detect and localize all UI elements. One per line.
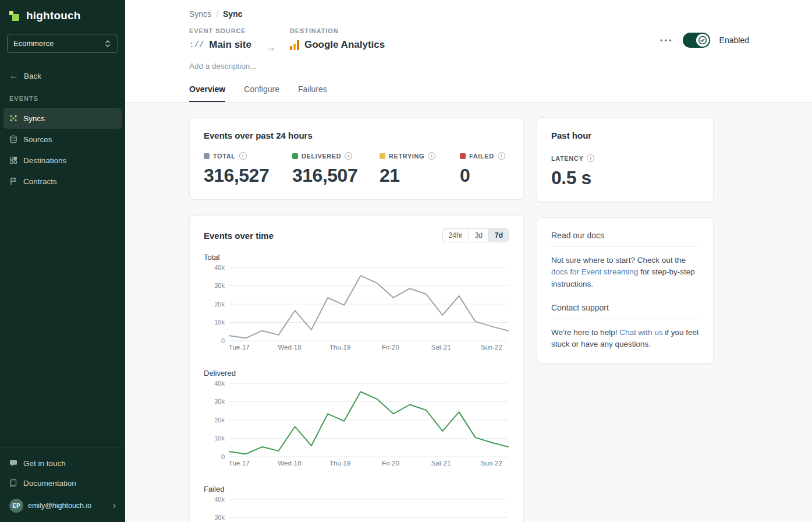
workspace-selector[interactable]: Ecommerce bbox=[7, 34, 118, 53]
event-source-label: EVENT SOURCE bbox=[189, 27, 251, 34]
updown-chevron-icon bbox=[104, 40, 112, 48]
book-icon bbox=[9, 479, 17, 487]
svg-text:Thu-19: Thu-19 bbox=[329, 460, 350, 467]
back-arrow-icon: ← bbox=[9, 70, 19, 81]
svg-text:30k: 30k bbox=[214, 398, 225, 405]
chat-with-us-link[interactable]: Chat with us bbox=[619, 328, 662, 337]
events-over-time-title: Events over time bbox=[204, 231, 274, 241]
svg-text:Tue-17: Tue-17 bbox=[229, 344, 250, 351]
latency-metric: LATENCY i 0.5 s bbox=[551, 154, 639, 189]
tab-configure[interactable]: Configure bbox=[244, 84, 279, 102]
range-3d-button[interactable]: 3d bbox=[469, 229, 488, 242]
svg-text:10k: 10k bbox=[214, 319, 225, 326]
description-placeholder[interactable]: Add a description... bbox=[189, 62, 749, 70]
support-title: Contact support bbox=[551, 303, 699, 312]
svg-text:0: 0 bbox=[221, 453, 225, 460]
chevron-right-icon: › bbox=[113, 500, 116, 511]
docs-link[interactable]: docs for Event streaming bbox=[551, 267, 638, 276]
info-icon[interactable]: i bbox=[239, 152, 247, 160]
event-source-block: EVENT SOURCE :// Main site bbox=[189, 27, 251, 51]
sidebar-nav: Syncs Sources Destinations bbox=[0, 108, 125, 192]
destination-name: Google Analytics bbox=[304, 39, 385, 51]
sidebar-footer: Get in touch Documentation EP emily@high… bbox=[0, 447, 125, 522]
sidebar-item-sources[interactable]: Sources bbox=[3, 129, 122, 150]
sidebar-item-label: Sources bbox=[23, 135, 52, 144]
time-range-selector: 24hr 3d 7d bbox=[442, 228, 509, 242]
past-hour-card: Past hour LATENCY i 0.5 s bbox=[537, 117, 714, 202]
event-source-name-row[interactable]: :// Main site bbox=[189, 39, 251, 51]
more-options-button[interactable]: ••• bbox=[660, 36, 673, 45]
header-controls: ••• Enabled bbox=[660, 33, 749, 48]
svg-text:30k: 30k bbox=[214, 282, 225, 289]
total-chart: 40k30k20k10k0Tue-17Wed-18Thu-19Fri-20Sat… bbox=[204, 264, 509, 358]
failed-chart-label: Failed bbox=[204, 485, 509, 493]
range-7d-button[interactable]: 7d bbox=[488, 229, 509, 242]
breadcrumb-syncs-link[interactable]: Syncs bbox=[189, 9, 211, 19]
help-card: Read our docs Not sure where to start? C… bbox=[537, 217, 714, 364]
sidebar-item-syncs[interactable]: Syncs bbox=[3, 108, 122, 129]
sidebar-spacer bbox=[0, 192, 125, 447]
svg-text:Wed-18: Wed-18 bbox=[278, 344, 301, 351]
syncs-dots-icon bbox=[9, 114, 17, 122]
sidebar-item-label: Syncs bbox=[23, 114, 45, 123]
support-text-before: We're here to help! bbox=[551, 328, 619, 337]
workspace-name: Ecommerce bbox=[13, 39, 54, 48]
sidebar-item-contracts[interactable]: Contracts bbox=[3, 171, 122, 192]
svg-text:Wed-18: Wed-18 bbox=[278, 460, 301, 467]
google-analytics-icon bbox=[290, 40, 299, 50]
tab-failures[interactable]: Failures bbox=[298, 84, 327, 102]
svg-text:Sun-22: Sun-22 bbox=[481, 344, 502, 351]
delivered-chart-section: Delivered 40k30k20k10k0Tue-17Wed-18Thu-1… bbox=[204, 369, 509, 474]
metric-label: FAILED bbox=[469, 153, 494, 160]
info-icon[interactable]: i bbox=[428, 152, 435, 160]
range-24hr-button[interactable]: 24hr bbox=[443, 229, 469, 242]
info-icon[interactable]: i bbox=[587, 154, 594, 162]
latency-label: LATENCY bbox=[551, 155, 583, 162]
breadcrumb-current: Sync bbox=[223, 9, 242, 19]
avatar: EP bbox=[9, 499, 23, 513]
metric-value: 316,507 bbox=[292, 165, 380, 186]
info-icon[interactable]: i bbox=[498, 152, 505, 160]
toggle-knob bbox=[696, 34, 709, 47]
metric-label: DELIVERED bbox=[302, 153, 341, 160]
sidebar-item-label: Destinations bbox=[23, 156, 66, 165]
flag-icon bbox=[9, 177, 17, 185]
info-icon[interactable]: i bbox=[345, 152, 352, 160]
enabled-toggle[interactable] bbox=[683, 33, 710, 48]
metric-label: RETRYING bbox=[389, 153, 424, 160]
sidebar-item-get-in-touch[interactable]: Get in touch bbox=[3, 453, 122, 473]
delivered-color-swatch bbox=[292, 153, 298, 159]
user-menu[interactable]: EP emily@hightouch.io › bbox=[3, 494, 122, 517]
destination-name-row[interactable]: Google Analytics bbox=[290, 39, 385, 51]
svg-text:40k: 40k bbox=[214, 380, 225, 387]
svg-text:20k: 20k bbox=[214, 301, 225, 308]
past-hour-title: Past hour bbox=[551, 130, 699, 140]
svg-text:Fri-20: Fri-20 bbox=[382, 344, 399, 351]
page-header: Syncs / Sync EVENT SOURCE :// Main site … bbox=[125, 0, 812, 103]
docs-text: Not sure where to start? Check out the d… bbox=[551, 255, 699, 290]
arrow-right-icon: → bbox=[265, 41, 276, 54]
total-chart-section: Total 40k30k20k10k0Tue-17Wed-18Thu-19Fri… bbox=[204, 253, 509, 358]
svg-text:20k: 20k bbox=[214, 417, 225, 424]
sidebar-item-label: Get in touch bbox=[23, 459, 66, 468]
chat-bubble-icon bbox=[9, 459, 17, 467]
user-email: emily@hightouch.io bbox=[28, 502, 108, 510]
event-source-name: Main site bbox=[209, 39, 251, 51]
back-label: Back bbox=[24, 72, 41, 80]
back-button[interactable]: ← Back bbox=[0, 70, 125, 81]
hightouch-logo-icon bbox=[9, 10, 21, 22]
sidebar-item-label: Documentation bbox=[23, 479, 76, 488]
divider bbox=[551, 319, 699, 319]
docs-block: Read our docs Not sure where to start? C… bbox=[551, 231, 699, 290]
metric-value: 21 bbox=[380, 165, 460, 186]
sidebar-item-destinations[interactable]: Destinations bbox=[3, 150, 122, 171]
sidebar-item-documentation[interactable]: Documentation bbox=[3, 473, 122, 493]
retrying-color-swatch bbox=[380, 153, 385, 159]
destination-block: DESTINATION Google Analytics bbox=[290, 27, 385, 51]
database-icon bbox=[9, 135, 17, 143]
events-over-time-card: Events over time 24hr 3d 7d Total 40k30k… bbox=[189, 215, 524, 522]
javascript-source-icon: :// bbox=[189, 40, 204, 50]
sidebar: hightouch Ecommerce ← Back EVENTS bbox=[0, 0, 125, 522]
logo: hightouch bbox=[0, 0, 125, 30]
tab-overview[interactable]: Overview bbox=[189, 84, 225, 102]
